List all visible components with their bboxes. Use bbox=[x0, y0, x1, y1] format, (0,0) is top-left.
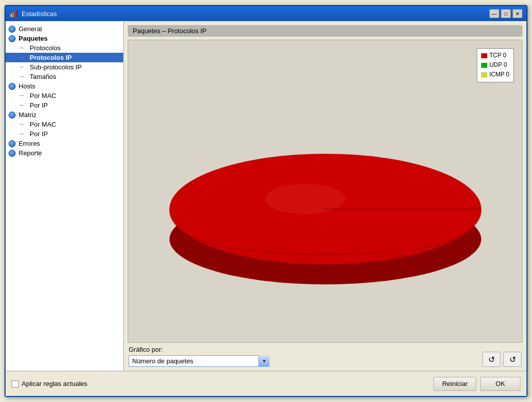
line-icon bbox=[20, 76, 24, 77]
tcp-label: TCP 0 bbox=[489, 51, 506, 60]
close-button[interactable]: ✕ bbox=[512, 9, 522, 18]
line-icon bbox=[20, 105, 24, 106]
controls-left: Gráfico por: Número de paquetes Número d… bbox=[129, 346, 270, 367]
line-icon bbox=[20, 95, 24, 96]
apply-rules-checkbox-label[interactable]: Aplicar reglas actuales bbox=[12, 380, 87, 387]
sidebar-item-label: Protocolos bbox=[30, 44, 60, 52]
sidebar-item-protocolos-ip[interactable]: Protocolos IP bbox=[6, 53, 123, 62]
dropdown-wrapper: Número de paquetes Número de bytes ▼ bbox=[129, 355, 270, 367]
sidebar-item-reporte[interactable]: Reporte bbox=[6, 148, 123, 158]
main-panel: Paquetes – Protocolos IP TCP 0 UDP 0 ICM… bbox=[124, 21, 526, 371]
svg-rect-3 bbox=[17, 10, 18, 17]
graph-by-label: Gráfico por: bbox=[129, 346, 270, 353]
sidebar-item-paquetes[interactable]: Paquetes bbox=[6, 34, 123, 43]
sidebar-item-tamanos[interactable]: Tamaños bbox=[6, 72, 123, 81]
sidebar-item-por-mac-1[interactable]: Por MAC bbox=[6, 91, 123, 100]
line-icon bbox=[20, 48, 24, 48]
sidebar-item-por-mac-2[interactable]: Por MAC bbox=[6, 120, 123, 129]
bottom-right: Reiniciar OK bbox=[433, 377, 520, 391]
reiniciar-button[interactable]: Reiniciar bbox=[433, 377, 476, 391]
window-title: Estadísticas bbox=[22, 10, 57, 18]
legend-box: TCP 0 UDP 0 ICMP 0 bbox=[477, 48, 514, 82]
sidebar-item-label: General bbox=[19, 25, 42, 33]
sidebar-item-label: Por IP bbox=[30, 130, 48, 138]
sidebar-item-label: Matriz bbox=[19, 111, 36, 119]
title-bar-left: Estadísticas bbox=[10, 9, 57, 18]
minimize-button[interactable]: — bbox=[489, 9, 499, 18]
circle-icon bbox=[9, 112, 16, 119]
icmp-label: ICMP 0 bbox=[489, 70, 509, 79]
pie-chart bbox=[154, 83, 496, 299]
line-icon bbox=[20, 134, 24, 134]
legend-item-udp: UDP 0 bbox=[481, 60, 509, 70]
sidebar-item-label: Protocolos IP bbox=[30, 54, 72, 61]
legend-item-tcp: TCP 0 bbox=[481, 51, 509, 60]
sidebar-item-errores[interactable]: Errores bbox=[6, 139, 123, 148]
sidebar-item-matriz[interactable]: Matriz bbox=[6, 110, 123, 120]
panel-title: Paquetes – Protocolos IP bbox=[128, 25, 522, 37]
svg-point-6 bbox=[265, 184, 345, 214]
sidebar-item-label: Reporte bbox=[19, 149, 42, 157]
sidebar-item-por-ip-2[interactable]: Por IP bbox=[6, 129, 123, 139]
circle-icon bbox=[9, 140, 16, 147]
bottom-bar: Aplicar reglas actuales Reiniciar OK bbox=[6, 371, 526, 396]
svg-rect-1 bbox=[13, 12, 14, 17]
svg-rect-2 bbox=[15, 11, 16, 17]
ok-button[interactable]: OK bbox=[480, 377, 520, 391]
circle-icon bbox=[9, 150, 16, 157]
sidebar-item-hosts[interactable]: Hosts bbox=[6, 81, 123, 91]
sidebar-item-label: Paquetes bbox=[19, 35, 48, 42]
bottom-left: Aplicar reglas actuales bbox=[12, 380, 87, 387]
graph-type-select[interactable]: Número de paquetes Número de bytes bbox=[129, 355, 270, 367]
reset-zoom-icon: ↺ bbox=[488, 355, 495, 364]
sidebar-item-label: Sub-protocolos IP bbox=[30, 63, 81, 71]
controls-row: Gráfico por: Número de paquetes Número d… bbox=[128, 346, 522, 367]
title-bar-controls: — □ ✕ bbox=[489, 9, 522, 18]
chart-icon bbox=[10, 9, 19, 18]
udp-color-box bbox=[481, 63, 487, 68]
refresh-icon: ↺ bbox=[509, 355, 516, 364]
sidebar-item-label: Errores bbox=[19, 140, 40, 147]
sidebar-item-general[interactable]: General bbox=[6, 24, 123, 34]
sidebar-item-sub-protocolos-ip[interactable]: Sub-protocolos IP bbox=[6, 62, 123, 72]
icmp-color-box bbox=[481, 72, 487, 77]
main-window: Estadísticas — □ ✕ GeneralPaquetesProtoc… bbox=[5, 5, 527, 397]
sidebar-item-label: Por IP bbox=[30, 102, 48, 109]
sidebar-item-por-ip-1[interactable]: Por IP bbox=[6, 100, 123, 110]
sidebar-item-protocolos[interactable]: Protocolos bbox=[6, 43, 123, 53]
controls-right: ↺ ↺ bbox=[482, 352, 521, 367]
tcp-color-box bbox=[481, 53, 487, 58]
chart-container: TCP 0 UDP 0 ICMP 0 bbox=[128, 40, 522, 343]
circle-icon bbox=[9, 83, 16, 90]
svg-rect-0 bbox=[11, 14, 12, 17]
reset-zoom-button[interactable]: ↺ bbox=[482, 352, 500, 367]
line-icon bbox=[20, 124, 24, 125]
content-area: GeneralPaquetesProtocolosProtocolos IPSu… bbox=[6, 21, 526, 371]
circle-icon bbox=[9, 26, 16, 33]
sidebar-item-label: Tamaños bbox=[30, 73, 56, 80]
line-icon bbox=[20, 67, 24, 67]
line-icon bbox=[20, 57, 24, 58]
circle-icon bbox=[9, 35, 16, 42]
sidebar: GeneralPaquetesProtocolosProtocolos IPSu… bbox=[6, 21, 124, 371]
apply-rules-checkbox[interactable] bbox=[12, 380, 19, 387]
maximize-button[interactable]: □ bbox=[501, 9, 511, 18]
sidebar-item-label: Por MAC bbox=[30, 121, 56, 128]
title-bar: Estadísticas — □ ✕ bbox=[6, 6, 526, 21]
apply-rules-text: Aplicar reglas actuales bbox=[22, 380, 87, 387]
sidebar-item-label: Por MAC bbox=[30, 92, 56, 99]
refresh-button[interactable]: ↺ bbox=[503, 352, 521, 367]
udp-label: UDP 0 bbox=[489, 60, 507, 70]
legend-item-icmp: ICMP 0 bbox=[481, 70, 509, 79]
sidebar-item-label: Hosts bbox=[19, 82, 35, 90]
